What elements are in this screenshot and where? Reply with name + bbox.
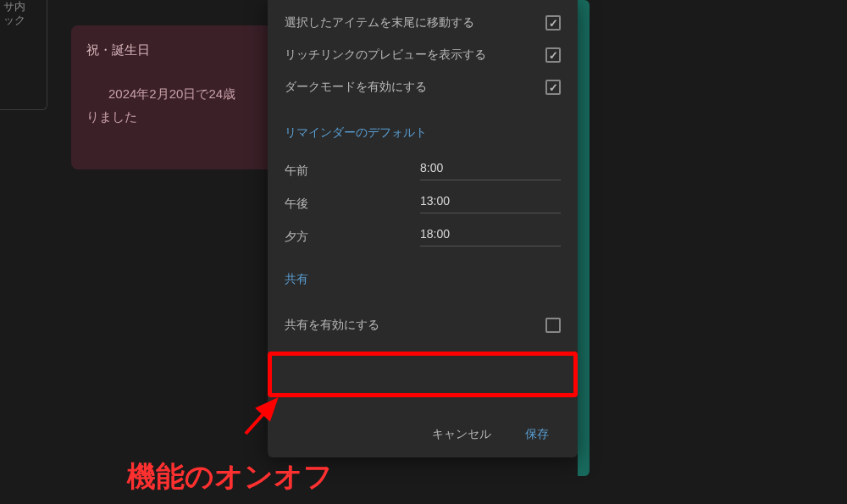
checkbox-rich-link-preview[interactable] bbox=[545, 47, 561, 63]
checkbox-share-enable[interactable] bbox=[545, 318, 561, 333]
annotation-text: 機能のオンオフ bbox=[127, 457, 333, 496]
reminder-morning-row: 午前 8:00 bbox=[268, 151, 578, 184]
teal-background-strip bbox=[578, 0, 590, 476]
setting-rich-link-preview: リッチリンクのプレビューを表示する bbox=[268, 39, 578, 71]
reminder-evening-value[interactable]: 18:00 bbox=[420, 227, 561, 246]
sidebar-fragment-line2: ック bbox=[3, 14, 42, 27]
settings-dialog: 選択したアイテムを末尾に移動する リッチリンクのプレビューを表示する ダークモー… bbox=[268, 0, 578, 457]
reminder-afternoon-label: 午後 bbox=[285, 197, 420, 212]
reminder-evening-label: 夕方 bbox=[285, 230, 420, 245]
reminder-afternoon-value[interactable]: 13:00 bbox=[420, 194, 561, 213]
reminder-afternoon-row: 午後 13:00 bbox=[268, 184, 578, 217]
setting-dark-mode: ダークモードを有効にする bbox=[268, 71, 578, 103]
save-button[interactable]: 保存 bbox=[525, 427, 549, 442]
sidebar-fragment-line1: サ内 bbox=[3, 0, 42, 14]
setting-move-to-end: 選択したアイテムを末尾に移動する bbox=[268, 0, 578, 39]
reminder-morning-value[interactable]: 8:00 bbox=[420, 161, 561, 180]
checkbox-move-to-end[interactable] bbox=[545, 15, 561, 30]
setting-label: 選択したアイテムを末尾に移動する bbox=[285, 15, 474, 30]
share-enable-label: 共有を有効にする bbox=[285, 318, 379, 333]
sidebar-fragment: サ内 ック bbox=[0, 0, 42, 24]
setting-label: リッチリンクのプレビューを表示する bbox=[285, 47, 486, 63]
checkbox-dark-mode[interactable] bbox=[545, 80, 561, 95]
cancel-button[interactable]: キャンセル bbox=[432, 427, 491, 442]
reminder-defaults-title: リマインダーのデフォルト bbox=[268, 103, 578, 151]
setting-label: ダークモードを有効にする bbox=[285, 80, 427, 95]
reminder-evening-row: 夕方 18:00 bbox=[268, 217, 578, 250]
reminder-morning-label: 午前 bbox=[285, 163, 420, 179]
share-section-title: 共有 bbox=[268, 250, 578, 297]
share-enable-row: 共有を有効にする bbox=[268, 304, 578, 346]
dialog-footer: キャンセル 保存 bbox=[268, 412, 578, 457]
